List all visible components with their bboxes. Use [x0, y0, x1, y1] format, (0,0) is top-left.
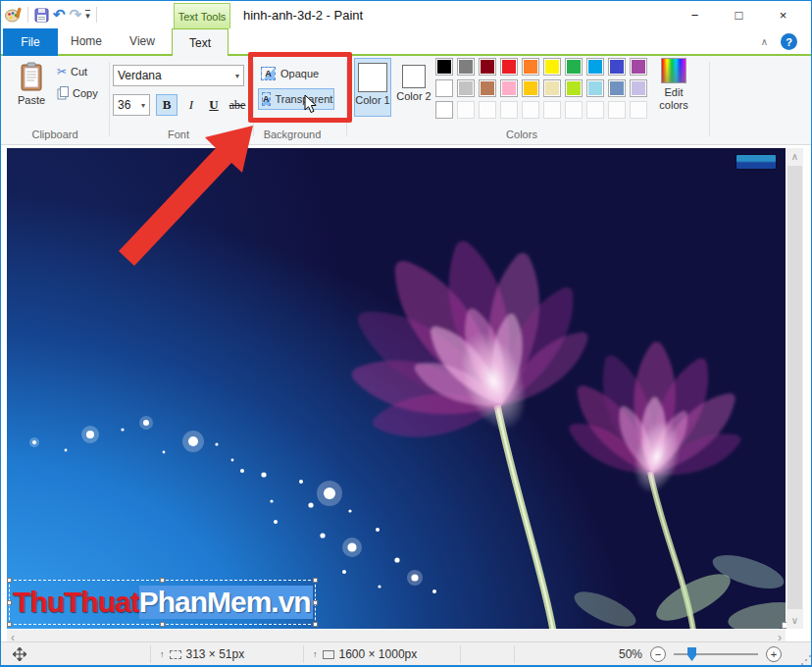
canvas[interactable]: ThuThuatPhanMem.vn [7, 148, 786, 629]
paste-button[interactable]: Paste [11, 62, 52, 106]
undo-icon[interactable]: ↶ [53, 5, 66, 25]
color1-button[interactable]: Color 1 [354, 58, 391, 117]
palette-swatch[interactable] [586, 101, 604, 119]
palette-swatch[interactable] [630, 58, 647, 76]
scroll-down-icon[interactable]: ∨ [787, 615, 803, 626]
divider [460, 645, 461, 663]
resize-grip[interactable] [805, 659, 807, 661]
palette-swatch[interactable] [479, 79, 496, 97]
selection-size-value: 313 × 51px [186, 647, 245, 661]
bold-button[interactable]: B [156, 94, 178, 116]
palette-swatch[interactable] [435, 79, 453, 97]
font-family-combo[interactable]: Verdana ▾ [113, 65, 244, 86]
font-group-label: Font [142, 128, 215, 140]
save-icon[interactable] [34, 8, 49, 23]
palette-swatch[interactable] [479, 58, 496, 76]
palette-swatch[interactable] [543, 58, 561, 76]
palette-swatch[interactable] [608, 79, 626, 97]
palette-swatch[interactable] [457, 58, 475, 76]
palette-swatch[interactable] [565, 58, 583, 76]
group-divider [709, 62, 710, 136]
palette-swatch[interactable] [630, 101, 647, 119]
palette-swatch[interactable] [500, 79, 518, 97]
zoom-controls: 50% − + [619, 642, 782, 666]
scroll-up-icon[interactable]: ∧ [787, 151, 803, 162]
selection-handle[interactable] [313, 578, 318, 583]
minimize-button[interactable]: − [673, 1, 717, 28]
zoom-slider-thumb[interactable] [687, 647, 696, 661]
zoom-level-value: 50% [619, 647, 642, 661]
italic-button[interactable]: I [180, 94, 202, 116]
paint-app-icon [5, 7, 22, 23]
palette-swatch[interactable] [479, 101, 496, 119]
selection-handle[interactable] [313, 600, 318, 605]
palette-swatch[interactable] [543, 101, 561, 119]
palette-swatch[interactable] [543, 79, 561, 97]
palette-swatch[interactable] [500, 58, 518, 76]
clipboard-group-label: Clipboard [19, 128, 91, 140]
palette-swatch[interactable] [457, 79, 475, 97]
selection-size-icon: ↑ [160, 649, 165, 659]
qat-dropdown-icon[interactable]: ▾ [85, 10, 90, 21]
text-selection-box[interactable]: ThuThuatPhanMem.vn [9, 580, 316, 625]
redo-icon[interactable]: ↷ [70, 5, 82, 25]
palette-swatch[interactable] [500, 101, 518, 119]
divider [96, 7, 97, 23]
image-size-indicator: ↑ 1600 × 1000px [313, 642, 417, 666]
status-bar: ↑ 313 × 51px ↑ 1600 × 1000px 50% − + [1, 641, 811, 665]
strikethrough-button[interactable]: abe [225, 94, 250, 116]
work-area: ThuThuatPhanMem.vn ∧ ∨ ‹ › [1, 145, 811, 644]
quick-access-toolbar: ↶ ↷ ▾ [5, 4, 99, 26]
underline-button[interactable]: U [203, 94, 225, 116]
palette-swatch[interactable] [586, 79, 604, 97]
tab-text[interactable]: Text [172, 28, 228, 56]
palette-swatch[interactable] [586, 58, 604, 76]
palette-swatch[interactable] [565, 101, 583, 119]
palette-swatch[interactable] [565, 79, 583, 97]
context-tab-header: Text Tools [174, 3, 230, 28]
palette-swatch[interactable] [457, 101, 475, 119]
palette-swatch[interactable] [608, 58, 626, 76]
selection-handle[interactable] [160, 622, 165, 627]
zoom-out-button[interactable]: − [650, 646, 666, 662]
collapse-ribbon-icon[interactable]: ∧ [761, 36, 768, 47]
close-button[interactable]: × [761, 1, 805, 28]
color-palette [435, 58, 647, 119]
edit-colors-label: Edit colors [652, 86, 695, 112]
cursor-position-indicator [13, 642, 26, 666]
copy-button[interactable]: Copy [54, 85, 101, 101]
palette-swatch[interactable] [522, 58, 539, 76]
zoom-slider[interactable] [674, 653, 758, 655]
vertical-scrollbar[interactable]: ∧ ∨ [787, 148, 803, 629]
divider [514, 645, 515, 663]
vertical-scrollbar-thumb[interactable] [787, 166, 802, 609]
selection-handle[interactable] [7, 578, 12, 583]
paste-label: Paste [18, 94, 45, 106]
selection-handle[interactable] [313, 622, 318, 627]
divider [150, 645, 151, 663]
tab-home[interactable]: Home [58, 28, 115, 54]
tab-file[interactable]: File [3, 28, 58, 56]
palette-swatch[interactable] [608, 101, 626, 119]
maximize-button[interactable]: □ [717, 1, 761, 28]
palette-swatch[interactable] [435, 58, 453, 76]
font-family-value: Verdana [118, 69, 162, 82]
palette-swatch[interactable] [630, 79, 647, 97]
zoom-in-button[interactable]: + [766, 646, 782, 662]
palette-swatch[interactable] [522, 101, 539, 119]
tab-view[interactable]: View [115, 28, 170, 54]
palette-swatch[interactable] [435, 101, 453, 119]
color1-swatch [358, 63, 387, 92]
selection-handle[interactable] [7, 622, 12, 627]
selection-handle[interactable] [7, 600, 12, 605]
edit-colors-button[interactable]: Edit colors [648, 58, 699, 112]
font-size-combo[interactable]: 36 ▾ [113, 94, 150, 116]
palette-swatch[interactable] [522, 79, 539, 97]
help-button[interactable]: ? [781, 33, 797, 50]
color2-button[interactable]: Color 2 [395, 58, 432, 117]
font-size-value: 36 [118, 98, 130, 112]
selection-handle[interactable] [160, 578, 165, 583]
canvas-watermark [736, 155, 776, 169]
cut-button[interactable]: ✂ Cut [54, 64, 90, 79]
selection-size-indicator: ↑ 313 × 51px [160, 642, 244, 666]
